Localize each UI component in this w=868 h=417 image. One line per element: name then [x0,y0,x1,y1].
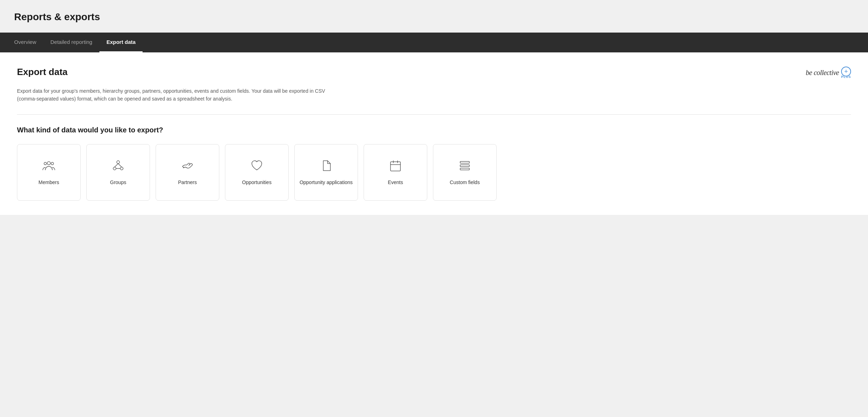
svg-rect-14 [460,165,469,166]
svg-point-1 [44,162,47,165]
svg-point-0 [47,161,51,165]
opportunity-applications-label: Opportunity applications [300,179,353,186]
svg-rect-9 [390,162,400,171]
events-label: Events [388,179,403,186]
svg-line-6 [115,164,118,167]
svg-point-4 [113,167,116,170]
brand-name: be collective [806,69,839,77]
export-cards: Members Groups [17,144,851,201]
svg-point-3 [117,161,120,164]
opportunity-applications-icon [319,159,333,174]
export-title: Export data [17,67,68,78]
partners-icon [180,159,195,174]
export-description: Export data for your group's members, hi… [17,87,342,103]
content-header: Export data be collective + PLUS [17,67,851,79]
members-label: Members [39,179,59,186]
section-heading: What kind of data would you like to expo… [17,126,851,134]
export-card-partners[interactable]: Partners [156,144,219,201]
svg-point-5 [120,167,123,170]
opportunities-icon [250,159,264,174]
content-area: Export data be collective + PLUS Export … [0,52,868,215]
groups-label: Groups [110,179,126,186]
section-divider [17,114,851,115]
custom-fields-icon [458,159,472,174]
export-card-members[interactable]: Members [17,144,81,201]
events-icon [388,159,403,174]
export-card-events[interactable]: Events [364,144,427,201]
custom-fields-label: Custom fields [450,179,480,186]
page-title: Reports & exports [14,11,854,23]
export-card-groups[interactable]: Groups [86,144,150,201]
members-icon [42,159,56,174]
svg-line-7 [118,164,122,167]
nav-item-export-data[interactable]: Export data [99,33,143,52]
svg-rect-13 [460,161,469,163]
groups-icon [111,159,125,174]
export-card-opportunity-applications[interactable]: Opportunity applications [294,144,358,201]
partners-label: Partners [178,179,197,186]
svg-rect-15 [460,168,469,170]
nav-item-overview[interactable]: Overview [14,33,44,52]
svg-point-2 [51,162,54,165]
nav-item-detailed-reporting[interactable]: Detailed reporting [44,33,99,52]
export-card-opportunities[interactable]: Opportunities [225,144,289,201]
export-card-custom-fields[interactable]: Custom fields [433,144,497,201]
brand-logo: be collective + PLUS [806,67,851,79]
brand-plus-label: PLUS [841,75,851,79]
nav-bar: Overview Detailed reporting Export data [0,33,868,52]
opportunities-label: Opportunities [242,179,271,186]
